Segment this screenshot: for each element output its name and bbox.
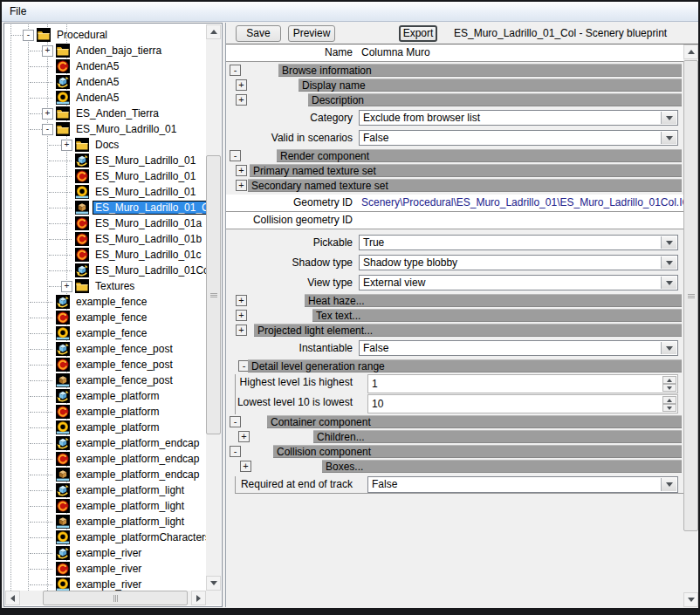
tree-items: -Procedural+Anden_bajo_tierraAndenA5Ande… (5, 27, 206, 591)
tree-item[interactable]: example_platform_endcap (5, 451, 206, 467)
arrow-down-icon (666, 136, 673, 140)
tree-item[interactable]: AndenA5 (5, 58, 206, 74)
tree-item[interactable]: example_platform_endcap (5, 435, 206, 451)
scroll-right-button[interactable] (191, 591, 206, 605)
dropdown-arrow-button[interactable] (661, 277, 676, 289)
tree-item[interactable]: AndenA5 (5, 90, 206, 106)
tree-item[interactable]: ES_Muro_Ladrillo_01 (5, 153, 206, 168)
tree-item[interactable]: +ES_Anden_Tierra (5, 106, 206, 121)
pickable-dropdown[interactable]: True (359, 235, 678, 250)
dropdown-arrow-button[interactable] (661, 132, 676, 144)
tree-item[interactable]: ES_Muro_Ladrillo_01_Col (5, 200, 206, 215)
tree-expand-toggle[interactable]: + (42, 108, 53, 120)
expand-section-button[interactable]: + (236, 325, 247, 336)
expand-section-button[interactable]: + (236, 295, 247, 306)
preview-button[interactable]: Preview (288, 25, 335, 42)
menu-file[interactable]: File (2, 2, 34, 20)
spin-up-button[interactable] (662, 376, 676, 384)
geometry-id-field[interactable]: Scenery\Procedural\ES_Muro_Ladrillo_01\E… (361, 195, 680, 211)
tree-expand-toggle[interactable]: - (42, 124, 53, 135)
save-button[interactable]: Save (236, 25, 281, 42)
export-button[interactable]: Export (399, 25, 437, 42)
expand-section-button[interactable]: + (236, 79, 247, 91)
spin-up-button[interactable] (662, 396, 676, 404)
collapse-section-button[interactable]: - (230, 150, 241, 161)
tree-item[interactable]: +Anden_bajo_tierra (5, 43, 206, 58)
properties-vertical-scrollbar[interactable] (683, 44, 698, 607)
tree-item[interactable]: ES_Muro_Ladrillo_01c (5, 247, 206, 263)
tree-item[interactable]: -Procedural (5, 27, 206, 43)
tree-item[interactable]: -ES_Muro_Ladrillo_01 (5, 121, 206, 137)
view-type-dropdown[interactable]: External view (359, 275, 678, 290)
dropdown-arrow-button[interactable] (661, 478, 676, 491)
scroll-thumb[interactable] (683, 60, 698, 531)
collision-geometry-id-field[interactable] (361, 212, 680, 229)
expand-section-button[interactable]: + (236, 180, 247, 191)
scroll-down-button[interactable] (206, 576, 221, 591)
tree-item[interactable]: example_river (5, 545, 206, 561)
tree-item[interactable]: example_platform_light (5, 498, 206, 514)
spin-down-button[interactable] (662, 404, 676, 412)
tree-item[interactable]: +Textures (5, 278, 206, 294)
tree-expand-toggle[interactable]: - (23, 30, 34, 41)
tree-item[interactable]: ES_Muro_Ladrillo_01 (5, 168, 206, 184)
dropdown-arrow-button[interactable] (661, 236, 676, 249)
tree-item[interactable]: example_fence (5, 310, 206, 325)
tree-item[interactable]: example_platform_endcap (5, 467, 206, 482)
tree-item[interactable]: example_platform (5, 420, 206, 435)
tree-item[interactable]: example_river (5, 561, 206, 577)
toolbar: Save Preview Export ES_Muro_Ladrillo_01_… (226, 23, 698, 44)
tree-expand-toggle[interactable]: + (61, 281, 72, 292)
scroll-thumb[interactable] (206, 155, 221, 434)
tree-item-label: example_platform_light (73, 499, 187, 513)
valid-in-scenarios-dropdown[interactable]: False (359, 130, 678, 146)
tree-expand-toggle[interactable]: + (42, 45, 53, 57)
lowest-level-10-is-lowest-spinner[interactable]: 10 (367, 394, 678, 413)
tree-item[interactable]: example_platform (5, 404, 206, 420)
expand-section-button[interactable]: + (240, 461, 251, 472)
tree-horizontal-scrollbar[interactable] (5, 591, 206, 605)
section-header-row: +Projected light element... (226, 324, 683, 338)
category-dropdown[interactable]: Exclude from browser list (359, 110, 678, 126)
collapse-section-button[interactable]: - (230, 416, 241, 427)
scroll-thumb[interactable] (43, 591, 188, 605)
tree-item[interactable]: AndenA5 (5, 74, 206, 90)
expand-section-button[interactable]: + (236, 165, 247, 176)
scroll-up-button[interactable] (683, 44, 698, 59)
collapse-section-button[interactable]: - (230, 65, 241, 76)
tree-item[interactable]: example_platform_light (5, 514, 206, 530)
scroll-down-button[interactable] (683, 592, 698, 607)
tree-item[interactable]: example_platformCharacters (5, 530, 206, 545)
tree-item[interactable]: +Docs (5, 137, 206, 153)
tree-item[interactable]: ES_Muro_Ladrillo_01b (5, 231, 206, 247)
tree-item[interactable]: example_river (5, 577, 206, 591)
highest-level-1is-highest-spinner[interactable]: 1 (367, 374, 678, 393)
expand-section-button[interactable]: + (236, 94, 247, 106)
tree-item[interactable]: example_fence (5, 294, 206, 310)
tree-vertical-scrollbar[interactable] (206, 24, 221, 591)
dropdown-arrow-button[interactable] (661, 256, 676, 269)
tree-item[interactable]: example_fence_post (5, 372, 206, 388)
expand-section-button[interactable]: + (236, 310, 247, 321)
tree-item[interactable]: example_fence_post (5, 341, 206, 357)
shadow-type-dropdown[interactable]: Shadow type blobby (359, 255, 678, 270)
tree-item[interactable]: example_fence_post (5, 357, 206, 372)
scroll-up-button[interactable] (206, 24, 221, 39)
tree-item-label: example_fence (73, 295, 149, 309)
tree-expand-toggle[interactable]: + (61, 140, 72, 151)
required-at-end-of-track-dropdown[interactable]: False (367, 476, 678, 493)
tree-item[interactable]: ES_Muro_Ladrillo_01Col (5, 263, 206, 278)
dropdown-arrow-button[interactable] (661, 342, 676, 354)
tree-item[interactable]: example_fence (5, 325, 206, 341)
name-field[interactable]: Columna Muro (361, 44, 680, 61)
scroll-left-button[interactable] (5, 591, 20, 605)
spin-down-button[interactable] (662, 384, 676, 392)
collapse-section-button[interactable]: - (230, 446, 241, 457)
tree-item[interactable]: ES_Muro_Ladrillo_01a (5, 215, 206, 231)
tree-item[interactable]: example_platform (5, 388, 206, 404)
dropdown-arrow-button[interactable] (661, 112, 676, 124)
tree-item[interactable]: ES_Muro_Ladrillo_01 (5, 184, 206, 200)
tree-item[interactable]: example_platform_light (5, 482, 206, 498)
expand-section-button[interactable]: + (238, 431, 250, 442)
instantiable-dropdown[interactable]: False (359, 340, 678, 356)
